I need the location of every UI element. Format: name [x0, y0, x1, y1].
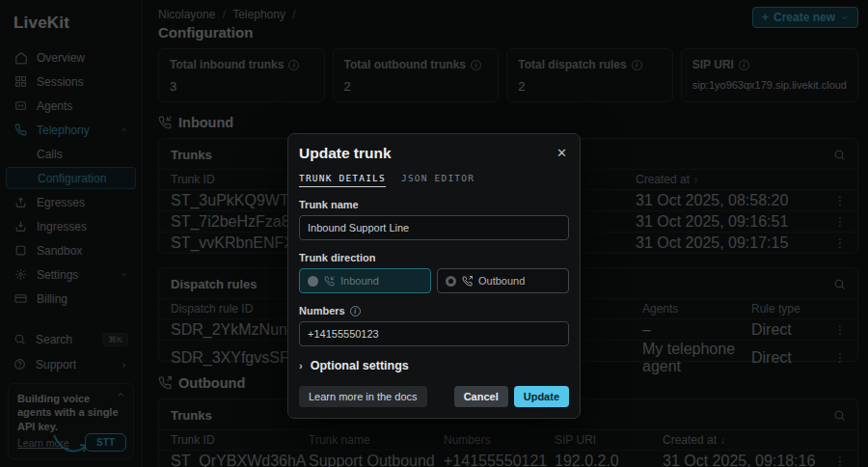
phone-outgoing-icon — [462, 276, 473, 287]
update-button[interactable]: Update — [514, 386, 569, 407]
optional-settings-toggle[interactable]: › Optional settings — [299, 359, 569, 372]
numbers-label: Numbers i — [299, 305, 569, 316]
close-icon[interactable]: ✕ — [555, 145, 569, 161]
docs-button[interactable]: Learn more in the docs — [299, 386, 427, 407]
modal-title: Update trunk — [299, 145, 392, 162]
radio-unselected-icon — [446, 276, 456, 287]
radio-selected-icon — [308, 276, 318, 287]
cancel-button[interactable]: Cancel — [454, 386, 508, 407]
direction-option-inbound[interactable]: Inbound — [299, 268, 431, 293]
trunk-name-label: Trunk name — [299, 199, 569, 210]
chevron-right-icon: › — [299, 360, 303, 371]
trunk-direction-label: Trunk direction — [299, 252, 569, 263]
update-trunk-modal: Update trunk ✕ TRUNK DETAILS JSON EDITOR… — [287, 133, 581, 419]
direction-option-outbound[interactable]: Outbound — [437, 268, 569, 293]
info-icon[interactable]: i — [350, 306, 361, 316]
phone-incoming-icon — [324, 276, 335, 287]
trunk-name-input[interactable] — [299, 215, 569, 240]
numbers-input[interactable] — [299, 321, 569, 346]
tab-trunk-details[interactable]: TRUNK DETAILS — [299, 173, 386, 187]
tab-json-editor[interactable]: JSON EDITOR — [401, 173, 475, 187]
